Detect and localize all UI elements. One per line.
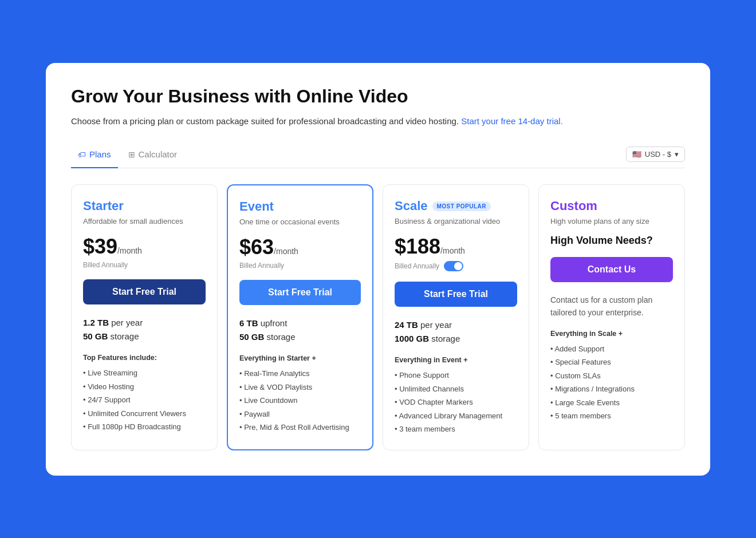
feature-item: • Migrations / Integrations [550, 382, 673, 396]
price-period: /month [440, 246, 465, 255]
plan-name-starter: Starter [83, 199, 124, 213]
cta-button-scale[interactable]: Start Free Trial [395, 282, 517, 307]
feature-item: • Custom SLAs [550, 369, 673, 383]
feature-item: • Paywall [239, 408, 361, 421]
plan-price-starter: $39/month [83, 235, 206, 259]
feature-item: • Advanced Library Management [395, 409, 517, 423]
most-popular-badge: MOST POPULAR [432, 201, 491, 211]
cta-button-custom[interactable]: Contact Us [550, 257, 673, 282]
plan-name-scale: Scale [395, 199, 428, 213]
billing-label: Billed Annually [395, 262, 439, 270]
plans-grid: StarterAffordable for small audiences$39… [71, 184, 685, 450]
feature-item: • Unlimited Concurrent Viewers [83, 407, 206, 421]
feature-item: • VOD Chapter Markers [395, 395, 517, 409]
plan-card-starter: StarterAffordable for small audiences$39… [71, 184, 218, 450]
billed-row: Billed Annually [239, 262, 361, 270]
cta-button-event[interactable]: Start Free Trial [239, 280, 361, 305]
feature-item: • Video Hosting [83, 380, 206, 394]
feature-item: • Added Support [550, 342, 673, 356]
plan-name-event: Event [239, 199, 274, 214]
tabs-left: 🏷 Plans ⊞ Calculator [71, 145, 184, 168]
tabs-row: 🏷 Plans ⊞ Calculator 🇺🇸 USD - $ ▾ [71, 145, 685, 168]
calculator-icon: ⊞ [128, 150, 135, 159]
feature-item: • Real-Time Analytics [239, 367, 361, 381]
feature-item: • 5 team members [550, 409, 673, 423]
features-heading-starter: Top Features include: [83, 354, 206, 362]
plan-tagline-custom: High volume plans of any size [550, 217, 673, 226]
trial-link[interactable]: Start your free 14-day trial. [461, 116, 563, 126]
storage-line: 6 TB upfront [239, 317, 361, 330]
plan-name-row: Event [239, 199, 361, 214]
features-heading-event: Everything in Starter + [239, 354, 361, 362]
plan-price-scale: $188/month [395, 235, 517, 259]
plan-name-custom: Custom [550, 199, 597, 213]
chevron-down-icon: ▾ [675, 150, 679, 159]
billing-toggle[interactable] [444, 261, 463, 271]
billed-row: Billed Annually [83, 261, 206, 269]
high-volume-heading: High Volume Needs? [550, 235, 673, 247]
price-period: /month [274, 247, 298, 256]
plan-tagline-scale: Business & organizational video [395, 217, 517, 226]
page-subtitle: Choose from a pricing plan or custom pac… [71, 115, 685, 128]
plan-storage-starter: 1.2 TB per year50 GB storage [83, 316, 206, 343]
plan-storage-event: 6 TB upfront50 GB storage [239, 317, 361, 344]
page-title: Grow Your Business with Online Video [71, 86, 685, 107]
plan-card-custom: CustomHigh volume plans of any sizeHigh … [538, 184, 685, 450]
features-heading-custom: Everything in Scale + [550, 330, 673, 338]
plan-card-scale: ScaleMOST POPULARBusiness & organization… [383, 184, 529, 450]
feature-item: • Large Scale Events [550, 396, 673, 410]
plan-name-row: Starter [83, 199, 206, 213]
plan-tagline-starter: Affordable for small audiences [83, 217, 206, 226]
feature-item: • Live & VOD Playlists [239, 381, 361, 394]
feature-item: • 24/7 Support [83, 393, 206, 407]
plan-storage-scale: 24 TB per year1000 GB storage [395, 318, 517, 346]
billing-label: Billed Annually [239, 262, 284, 270]
storage-line: 50 GB storage [83, 330, 206, 343]
feature-item: • Pre, Mid & Post Roll Advertising [239, 421, 361, 434]
storage-line: 50 GB storage [239, 330, 361, 344]
plan-name-row: Custom [550, 199, 673, 213]
currency-selector[interactable]: 🇺🇸 USD - $ ▾ [626, 147, 685, 162]
feature-item: • Phone Support [395, 369, 517, 382]
pricing-card: Grow Your Business with Online Video Cho… [46, 63, 710, 476]
billing-label: Billed Annually [83, 261, 128, 269]
storage-line: 1.2 TB per year [83, 316, 206, 330]
price-amount: $39 [83, 235, 117, 258]
price-period: /month [117, 246, 142, 255]
plan-name-row: ScaleMOST POPULAR [395, 199, 517, 213]
features-heading-scale: Everything in Event + [395, 356, 517, 364]
plans-icon: 🏷 [78, 150, 86, 159]
flag-icon: 🇺🇸 [632, 150, 641, 159]
feature-item: • Unlimited Channels [395, 382, 517, 396]
feature-item: • Live Streaming [83, 366, 206, 380]
price-amount: $63 [239, 235, 274, 259]
cta-button-starter[interactable]: Start Free Trial [83, 279, 206, 304]
plan-price-event: $63/month [239, 235, 361, 259]
plan-tagline-event: One time or occasional events [239, 217, 361, 226]
tab-calculator[interactable]: ⊞ Calculator [121, 145, 184, 168]
feature-item: • Live Countdown [239, 394, 361, 408]
feature-item: • Full 1080p HD Broadcasting [83, 420, 206, 434]
plan-card-event: EventOne time or occasional events$63/mo… [227, 184, 373, 450]
feature-item: • Special Features [550, 355, 673, 369]
price-amount: $188 [395, 235, 440, 258]
storage-line: 1000 GB storage [395, 332, 517, 346]
custom-description: Contact us for a custom plan tailored to… [550, 294, 673, 319]
billed-row: Billed Annually [395, 261, 517, 271]
storage-line: 24 TB per year [395, 318, 517, 332]
feature-item: • 3 team members [395, 422, 517, 436]
tab-plans[interactable]: 🏷 Plans [71, 145, 118, 168]
